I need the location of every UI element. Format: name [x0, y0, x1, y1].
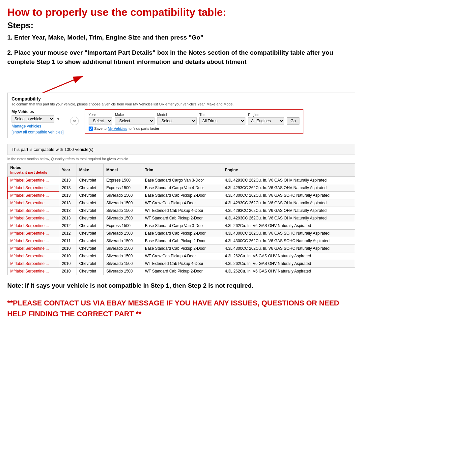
cell-trim: Base Standard Cab Pickup 2-Door [142, 237, 222, 244]
cell-model: Silverado 1500 [103, 267, 142, 275]
cell-make: Chevrolet [76, 176, 103, 184]
table-row: Mfrlabel:Serpentine ...2011ChevroletSilv… [8, 237, 355, 244]
cell-year: 2013 [59, 176, 76, 184]
cell-make: Chevrolet [76, 252, 103, 260]
vehicle-select[interactable]: Select a vehicle [12, 115, 54, 123]
cell-trim: Base Standard Cab Pickup 2-Door [142, 191, 222, 199]
cell-notes: Mfrlabel:Serpentine ... [8, 191, 59, 199]
cell-model: Express 1500 [103, 222, 142, 229]
table-row: Mfrlabel:Serpentine ...2010ChevroletSilv… [8, 252, 355, 260]
my-vehicles-link[interactable]: My Vehicles [108, 127, 127, 130]
dropdown-arrow-icon: ▼ [56, 117, 60, 121]
manage-vehicles-link[interactable]: Manage vehicles [12, 124, 64, 129]
steps-heading: Steps: [7, 20, 355, 31]
model-select[interactable]: -Select- [157, 117, 197, 125]
cell-trim: Base Standard Cargo Van 3-Door [142, 222, 222, 229]
make-field: Make -Select- [115, 113, 154, 125]
cell-year: 2013 [59, 184, 76, 191]
cell-notes: Mfrlabel:Serpentine... [8, 184, 59, 191]
save-text: Save to [94, 127, 106, 130]
cell-model: Silverado 1500 [103, 229, 142, 237]
cell-engine: 4.3L 4300CC 262Cu. In. V6 GAS SOHC Natur… [222, 191, 355, 199]
my-vehicles-label: My Vehicles [12, 109, 64, 114]
model-field: Model -Select- [157, 113, 197, 125]
notes-header: Notes [10, 165, 21, 170]
cell-year: 2013 [59, 214, 76, 222]
cell-make: Chevrolet [76, 229, 103, 237]
year-select[interactable]: -Select- [89, 117, 112, 125]
cell-trim: WT Crew Cab Pickup 4-Door [142, 252, 222, 260]
compat-description: To confirm that this part fits your vehi… [12, 102, 351, 106]
cell-year: 2010 [59, 267, 76, 275]
cell-model: Silverado 1500 [103, 199, 142, 207]
cell-year: 2013 [59, 207, 76, 214]
cell-engine: 4.3L 4300CC 262Cu. In. V6 GAS SOHC Natur… [222, 244, 355, 252]
note-section: Note: if it says your vehicle is not com… [7, 281, 355, 291]
table-row: Mfrlabel:Serpentine ...2010ChevroletSilv… [8, 267, 355, 275]
table-row: Mfrlabel:Serpentine ...2013ChevroletSilv… [8, 199, 355, 207]
cell-trim: Base Standard Cab Pickup 2-Door [142, 244, 222, 252]
cell-engine: 4.3L 4300CC 262Cu. In. V6 GAS SOHC Natur… [222, 229, 355, 237]
cell-make: Chevrolet [76, 191, 103, 199]
cell-year: 2010 [59, 252, 76, 260]
cell-make: Chevrolet [76, 222, 103, 229]
cell-trim: WT Crew Cab Pickup 4-Door [142, 199, 222, 207]
table-row: Mfrlabel:Serpentine ...2010ChevroletSilv… [8, 260, 355, 267]
cell-year: 2013 [59, 199, 76, 207]
table-row: Mfrlabel:Serpentine ...2012ChevroletExpr… [8, 222, 355, 229]
cell-trim: Base Standard Cargo Van 3-Door [142, 176, 222, 184]
cell-engine: 4.3L 262Cu. In. V6 GAS OHV Naturally Asp… [222, 267, 355, 275]
cell-make: Chevrolet [76, 244, 103, 252]
save-checkbox[interactable] [89, 127, 93, 131]
trim-label: Trim [199, 113, 245, 117]
compatibility-table: Notes Important part details Year Make M… [7, 163, 355, 275]
cell-model: Express 1500 [103, 184, 142, 191]
cell-model: Silverado 1500 [103, 207, 142, 214]
cell-make: Chevrolet [76, 184, 103, 191]
cell-engine: 4.3L 4293CC 262Cu. In. V6 GAS OHV Natura… [222, 214, 355, 222]
compatible-count-bar: This part is compatible with 1000 vehicl… [7, 144, 355, 155]
table-row: Mfrlabel:Serpentine...2013ChevroletExpre… [8, 184, 355, 191]
cell-notes: Mfrlabel:Serpentine ... [8, 176, 59, 184]
make-label: Make [115, 113, 154, 117]
table-row: Mfrlabel:Serpentine ...2012ChevroletSilv… [8, 229, 355, 237]
main-title: How to properly use the compatibility ta… [7, 6, 355, 18]
cell-make: Chevrolet [76, 207, 103, 214]
cell-trim: WT Standard Cab Pickup 2-Door [142, 267, 222, 275]
cell-make: Chevrolet [76, 199, 103, 207]
step2-text: 2. Place your mouse over "Important Part… [7, 48, 355, 67]
cell-notes: Mfrlabel:Serpentine ... [8, 222, 59, 229]
col-engine: Engine [222, 163, 355, 176]
cell-year: 2010 [59, 244, 76, 252]
cell-make: Chevrolet [76, 260, 103, 267]
cell-notes: Mfrlabel:Serpentine ... [8, 260, 59, 267]
engine-label: Engine [248, 113, 284, 117]
cell-year: 2011 [59, 237, 76, 244]
or-divider: or [70, 117, 79, 125]
cell-engine: 4.3L 4300CC 262Cu. In. V6 GAS SOHC Natur… [222, 237, 355, 244]
cell-notes: Mfrlabel:Serpentine ... [8, 267, 59, 275]
col-year: Year [59, 163, 76, 176]
col-make: Make [76, 163, 103, 176]
cell-year: 2010 [59, 260, 76, 267]
trim-field: Trim All Trims [199, 113, 245, 125]
cell-trim: Base Standard Cab Pickup 2-Door [142, 229, 222, 237]
cell-engine: 4.3L 4293CC 262Cu. In. V6 GAS OHV Natura… [222, 176, 355, 184]
cell-year: 2012 [59, 229, 76, 237]
compat-title: Compatibility [12, 96, 351, 101]
col-notes: Notes Important part details [8, 163, 59, 176]
trim-select[interactable]: All Trims [199, 117, 245, 125]
cell-make: Chevrolet [76, 214, 103, 222]
show-all-compatible-link[interactable]: [show all compatible vehicles] [12, 130, 64, 134]
cell-make: Chevrolet [76, 237, 103, 244]
engine-select[interactable]: All Engines [248, 117, 284, 125]
go-button[interactable]: Go [287, 117, 299, 125]
cell-notes: Mfrlabel:Serpentine ... [8, 237, 59, 244]
cell-model: Silverado 1500 [103, 214, 142, 222]
table-row: Mfrlabel:Serpentine ...2013ChevroletSilv… [8, 214, 355, 222]
important-part-details-label: Important part details [10, 170, 47, 174]
cell-notes: Mfrlabel:Serpentine ... [8, 229, 59, 237]
cell-engine: 4.3L 262Cu. In. V6 GAS OHV Naturally Asp… [222, 222, 355, 229]
make-select[interactable]: -Select- [115, 117, 154, 125]
table-row: Mfrlabel:Serpentine ...2013ChevroletSilv… [8, 207, 355, 214]
